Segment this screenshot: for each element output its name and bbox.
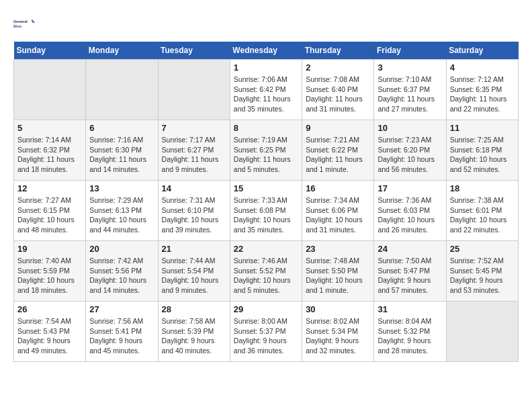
day-number: 15 — [234, 183, 298, 193]
calendar-cell: 26Sunrise: 7:54 AM Sunset: 5:43 PM Dayli… — [14, 302, 86, 362]
calendar-cell: 12Sunrise: 7:27 AM Sunset: 6:15 PM Dayli… — [14, 181, 86, 241]
day-number: 3 — [378, 62, 442, 73]
weekday-header: Thursday — [302, 42, 374, 60]
day-info: Sunrise: 7:40 AM Sunset: 5:59 PM Dayligh… — [17, 256, 82, 295]
calendar-cell: 3Sunrise: 7:10 AM Sunset: 6:37 PM Daylig… — [374, 60, 446, 120]
day-number: 29 — [234, 304, 298, 314]
calendar-cell: 15Sunrise: 7:33 AM Sunset: 6:08 PM Dayli… — [230, 181, 302, 241]
day-number: 1 — [234, 62, 298, 73]
calendar-cell: 30Sunrise: 8:02 AM Sunset: 5:34 PM Dayli… — [302, 302, 374, 362]
day-info: Sunrise: 7:34 AM Sunset: 6:06 PM Dayligh… — [306, 195, 370, 235]
day-info: Sunrise: 7:06 AM Sunset: 6:42 PM Dayligh… — [234, 75, 298, 114]
day-info: Sunrise: 7:48 AM Sunset: 5:50 PM Dayligh… — [306, 256, 370, 295]
day-info: Sunrise: 7:12 AM Sunset: 6:35 PM Dayligh… — [450, 75, 515, 114]
calendar-cell: 27Sunrise: 7:56 AM Sunset: 5:41 PM Dayli… — [86, 302, 158, 362]
day-info: Sunrise: 7:23 AM Sunset: 6:20 PM Dayligh… — [378, 135, 442, 175]
calendar-cell: 11Sunrise: 7:25 AM Sunset: 6:18 PM Dayli… — [446, 120, 518, 181]
day-number: 11 — [450, 123, 515, 133]
calendar-cell: 17Sunrise: 7:36 AM Sunset: 6:03 PM Dayli… — [374, 181, 446, 241]
calendar-cell: 13Sunrise: 7:29 AM Sunset: 6:13 PM Dayli… — [86, 181, 158, 241]
day-info: Sunrise: 7:08 AM Sunset: 6:40 PM Dayligh… — [306, 75, 370, 114]
calendar-cell: 19Sunrise: 7:40 AM Sunset: 5:59 PM Dayli… — [14, 241, 86, 302]
day-info: Sunrise: 7:44 AM Sunset: 5:54 PM Dayligh… — [162, 256, 226, 295]
day-info: Sunrise: 7:14 AM Sunset: 6:32 PM Dayligh… — [17, 135, 82, 175]
day-number: 27 — [89, 304, 154, 314]
day-info: Sunrise: 8:02 AM Sunset: 5:34 PM Dayligh… — [306, 316, 370, 356]
calendar-cell: 14Sunrise: 7:31 AM Sunset: 6:10 PM Dayli… — [158, 181, 230, 241]
day-info: Sunrise: 7:31 AM Sunset: 6:10 PM Dayligh… — [162, 195, 226, 235]
day-number: 28 — [162, 304, 226, 314]
day-info: Sunrise: 7:54 AM Sunset: 5:43 PM Dayligh… — [17, 316, 82, 356]
calendar-cell: 23Sunrise: 7:48 AM Sunset: 5:50 PM Dayli… — [302, 241, 374, 302]
day-number: 4 — [450, 62, 515, 73]
day-info: Sunrise: 7:42 AM Sunset: 5:56 PM Dayligh… — [89, 256, 154, 295]
day-number: 8 — [234, 123, 298, 133]
day-number: 18 — [450, 183, 515, 193]
day-number: 31 — [378, 304, 442, 314]
calendar-table: SundayMondayTuesdayWednesdayThursdayFrid… — [13, 42, 519, 362]
calendar-cell: 9Sunrise: 7:21 AM Sunset: 6:22 PM Daylig… — [302, 120, 374, 181]
svg-text:Blue: Blue — [13, 24, 21, 28]
calendar-cell: 25Sunrise: 7:52 AM Sunset: 5:45 PM Dayli… — [446, 241, 518, 302]
weekday-header: Wednesday — [230, 42, 302, 60]
day-number: 21 — [162, 244, 226, 254]
weekday-header: Sunday — [14, 42, 86, 60]
logo-icon: General Blue — [13, 13, 35, 35]
calendar-cell: 20Sunrise: 7:42 AM Sunset: 5:56 PM Dayli… — [86, 241, 158, 302]
day-info: Sunrise: 7:27 AM Sunset: 6:15 PM Dayligh… — [17, 195, 82, 235]
day-number: 16 — [306, 183, 370, 193]
calendar-cell: 29Sunrise: 8:00 AM Sunset: 5:37 PM Dayli… — [230, 302, 302, 362]
day-info: Sunrise: 7:56 AM Sunset: 5:41 PM Dayligh… — [89, 316, 154, 356]
day-number: 12 — [17, 183, 82, 193]
calendar-cell — [86, 60, 158, 120]
day-number: 22 — [234, 244, 298, 254]
day-number: 19 — [17, 244, 82, 254]
calendar-cell: 2Sunrise: 7:08 AM Sunset: 6:40 PM Daylig… — [302, 60, 374, 120]
day-info: Sunrise: 8:04 AM Sunset: 5:32 PM Dayligh… — [378, 316, 442, 356]
day-info: Sunrise: 7:17 AM Sunset: 6:27 PM Dayligh… — [162, 135, 226, 175]
day-number: 26 — [17, 304, 82, 314]
page-header: General Blue — [13, 13, 519, 35]
calendar-week-row: 26Sunrise: 7:54 AM Sunset: 5:43 PM Dayli… — [14, 302, 519, 362]
day-number: 23 — [306, 244, 370, 254]
day-info: Sunrise: 7:29 AM Sunset: 6:13 PM Dayligh… — [89, 195, 154, 235]
calendar-cell: 6Sunrise: 7:16 AM Sunset: 6:30 PM Daylig… — [86, 120, 158, 181]
calendar-cell: 24Sunrise: 7:50 AM Sunset: 5:47 PM Dayli… — [374, 241, 446, 302]
day-info: Sunrise: 7:25 AM Sunset: 6:18 PM Dayligh… — [450, 135, 515, 175]
day-number: 25 — [450, 244, 515, 254]
weekday-header: Saturday — [446, 42, 518, 60]
weekday-header: Friday — [374, 42, 446, 60]
day-number: 24 — [378, 244, 442, 254]
day-number: 7 — [162, 123, 226, 133]
calendar-cell: 7Sunrise: 7:17 AM Sunset: 6:27 PM Daylig… — [158, 120, 230, 181]
calendar-cell: 5Sunrise: 7:14 AM Sunset: 6:32 PM Daylig… — [14, 120, 86, 181]
day-info: Sunrise: 7:50 AM Sunset: 5:47 PM Dayligh… — [378, 256, 442, 295]
day-info: Sunrise: 7:33 AM Sunset: 6:08 PM Dayligh… — [234, 195, 298, 235]
calendar-cell: 16Sunrise: 7:34 AM Sunset: 6:06 PM Dayli… — [302, 181, 374, 241]
day-info: Sunrise: 7:21 AM Sunset: 6:22 PM Dayligh… — [306, 135, 370, 175]
day-info: Sunrise: 8:00 AM Sunset: 5:37 PM Dayligh… — [234, 316, 298, 356]
calendar-cell: 18Sunrise: 7:38 AM Sunset: 6:01 PM Dayli… — [446, 181, 518, 241]
day-number: 2 — [306, 62, 370, 73]
weekday-header: Monday — [86, 42, 158, 60]
day-info: Sunrise: 7:10 AM Sunset: 6:37 PM Dayligh… — [378, 75, 442, 114]
calendar-cell: 28Sunrise: 7:58 AM Sunset: 5:39 PM Dayli… — [158, 302, 230, 362]
day-info: Sunrise: 7:52 AM Sunset: 5:45 PM Dayligh… — [450, 256, 515, 295]
day-number: 10 — [378, 123, 442, 133]
calendar-cell: 22Sunrise: 7:46 AM Sunset: 5:52 PM Dayli… — [230, 241, 302, 302]
calendar-cell: 8Sunrise: 7:19 AM Sunset: 6:25 PM Daylig… — [230, 120, 302, 181]
weekday-header: Tuesday — [158, 42, 230, 60]
calendar-cell: 10Sunrise: 7:23 AM Sunset: 6:20 PM Dayli… — [374, 120, 446, 181]
day-info: Sunrise: 7:58 AM Sunset: 5:39 PM Dayligh… — [162, 316, 226, 356]
day-info: Sunrise: 7:36 AM Sunset: 6:03 PM Dayligh… — [378, 195, 442, 235]
calendar-week-row: 5Sunrise: 7:14 AM Sunset: 6:32 PM Daylig… — [14, 120, 519, 181]
calendar-week-row: 12Sunrise: 7:27 AM Sunset: 6:15 PM Dayli… — [14, 181, 519, 241]
logo: General Blue — [13, 13, 35, 35]
calendar-cell: 21Sunrise: 7:44 AM Sunset: 5:54 PM Dayli… — [158, 241, 230, 302]
calendar-week-row: 19Sunrise: 7:40 AM Sunset: 5:59 PM Dayli… — [14, 241, 519, 302]
day-number: 30 — [306, 304, 370, 314]
day-info: Sunrise: 7:16 AM Sunset: 6:30 PM Dayligh… — [89, 135, 154, 175]
calendar-cell: 31Sunrise: 8:04 AM Sunset: 5:32 PM Dayli… — [374, 302, 446, 362]
calendar-cell — [14, 60, 86, 120]
day-number: 6 — [89, 123, 154, 133]
